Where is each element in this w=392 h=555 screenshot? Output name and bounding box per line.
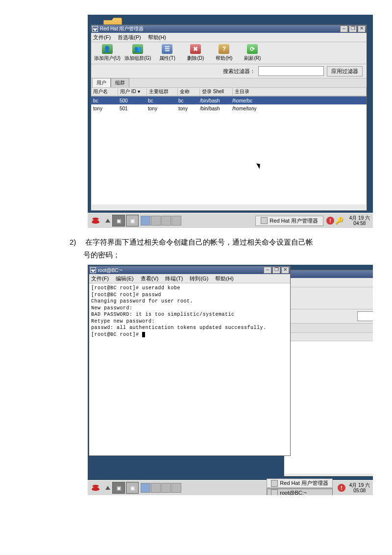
- table-header: 用户名 用户 ID ▾ 主要组群 全称 登录 Shell 主目录: [91, 87, 367, 96]
- maximize-button[interactable]: ❐: [272, 267, 280, 274]
- system-menu-icon[interactable]: [90, 267, 96, 273]
- menu-bar: 文件(F) 首选项(P) 帮助(H): [91, 33, 367, 42]
- refresh-button[interactable]: ⟳刷新(R): [240, 44, 265, 62]
- triangle-icon: [105, 486, 110, 490]
- apply-filter-button[interactable]: 应用过滤器: [327, 66, 363, 76]
- step-number: 2): [70, 236, 83, 249]
- term-line: [root@BC root]# passwd: [91, 292, 161, 298]
- add-group-button[interactable]: 👥添加组群(G): [124, 44, 151, 62]
- workspace-pager[interactable]: [141, 483, 181, 493]
- system-menu-icon[interactable]: [92, 26, 98, 32]
- menu-terminal[interactable]: 终端(T): [165, 275, 183, 282]
- workspace-pager[interactable]: [141, 216, 181, 226]
- minimize-button[interactable]: –: [264, 267, 271, 274]
- alert-icon[interactable]: !: [338, 484, 345, 492]
- menu-pref[interactable]: 首选项(P): [118, 34, 141, 41]
- table-row[interactable]: bc 500 bc bc /bin/bash /home/bc: [91, 97, 367, 104]
- step-text-line2: 号的密码；: [83, 249, 120, 261]
- col-shell[interactable]: 登录 Shell: [200, 88, 233, 95]
- user-manager-window-bg: – ❐ ✕ 应用过滤器: [284, 270, 373, 477]
- window-titlebar[interactable]: root@BC:~ – ❐ ✕: [89, 266, 290, 274]
- term-line: passwd: all authentication tokens update…: [91, 325, 267, 330]
- terminal-cursor: [142, 332, 145, 337]
- task-icon: [261, 217, 268, 224]
- terminal-body[interactable]: [root@BC root]# useradd kobe [root@BC ro…: [89, 283, 290, 455]
- delete-button[interactable]: ✖删除(D): [183, 44, 208, 62]
- screenshot-1-desktop: Red Hat 用户管理器 – ❐ ✕ 文件(F) 首选项(P) 帮助(H) 👤…: [88, 15, 373, 228]
- window-titlebar[interactable]: Red Hat 用户管理器 – ❐ ✕: [91, 25, 367, 33]
- quicklaunch-terminal-icon[interactable]: ▣: [112, 215, 125, 227]
- user-manager-window: Red Hat 用户管理器 – ❐ ✕ 文件(F) 首选项(P) 帮助(H) 👤…: [91, 25, 367, 211]
- term-line: Retype new password:: [91, 319, 155, 324]
- filter-label: 搜索过滤器：: [223, 68, 255, 75]
- filter-input[interactable]: [357, 311, 373, 321]
- col-id[interactable]: 用户 ID ▾: [118, 88, 147, 95]
- menu-go[interactable]: 转到(G): [190, 275, 208, 282]
- menu-edit[interactable]: 编辑(E): [116, 275, 134, 282]
- quicklaunch-window-icon[interactable]: ▣: [126, 482, 139, 494]
- alert-icon[interactable]: !: [326, 217, 334, 225]
- task-icon: [271, 480, 278, 487]
- window-title: Red Hat 用户管理器: [100, 25, 340, 32]
- svg-point-0: [93, 218, 99, 220]
- step-text-line1: 在字符界面下通过相关命令创建自己的帐号，通过相关命令设置自己帐: [85, 238, 313, 246]
- add-user-button[interactable]: 👤添加用户(U): [94, 44, 121, 62]
- document-step-2: 2) 在字符界面下通过相关命令创建自己的帐号，通过相关命令设置自己帐 号的密码；: [70, 236, 381, 261]
- col-home[interactable]: 主目录: [233, 88, 367, 95]
- tabs: 用户 组群: [91, 78, 367, 87]
- window-titlebar[interactable]: – ❐ ✕: [284, 270, 373, 278]
- filter-row: 搜索过滤器： 应用过滤器: [91, 64, 367, 78]
- triangle-icon: [105, 219, 110, 223]
- quicklaunch-window-icon[interactable]: ▣: [126, 215, 139, 227]
- menu-view[interactable]: 查看(V): [141, 275, 159, 282]
- task-icon: [271, 489, 278, 495]
- filter-input[interactable]: [258, 66, 324, 76]
- col-pgroup[interactable]: 主要组群: [147, 88, 178, 95]
- clock[interactable]: 4月 19 六 04:58: [346, 215, 373, 226]
- quicklaunch-terminal-icon[interactable]: ▣: [112, 482, 125, 494]
- table-row[interactable]: tony 501 tony tony /bin/bash /home/tony: [91, 104, 367, 112]
- terminal-window: root@BC:~ – ❐ ✕ 文件(F) 编辑(E) 查看(V) 终端(T) …: [89, 266, 291, 456]
- taskbar-task-terminal[interactable]: root@BC:~: [267, 488, 332, 495]
- col-name[interactable]: 全称: [178, 88, 200, 95]
- term-line: BAD PASSWORD: it is too simplistic/syste…: [91, 312, 235, 317]
- start-button-icon[interactable]: [89, 215, 102, 226]
- menu-help[interactable]: 帮助(H): [148, 34, 166, 41]
- tab-groups[interactable]: 组群: [111, 78, 129, 87]
- close-button[interactable]: ✕: [358, 25, 366, 32]
- taskbar-task-usermanager[interactable]: Red Hat 用户管理器: [267, 479, 332, 488]
- window-title: root@BC:~: [98, 268, 264, 273]
- term-line: Changing password for user root.: [91, 299, 193, 304]
- taskbar: ▣ ▣ Red Hat 用户管理器 root@BC:~ ! 4月 19 六 05…: [88, 480, 373, 495]
- minimize-button[interactable]: –: [340, 25, 348, 32]
- help-button[interactable]: ?帮助(H): [212, 44, 236, 62]
- close-button[interactable]: ✕: [281, 267, 289, 274]
- toolbar: 👤添加用户(U) 👥添加组群(G) ☰属性(T) ✖删除(D) ?帮助(H) ⟳…: [91, 42, 367, 64]
- menu-file[interactable]: 文件(F): [91, 275, 109, 282]
- user-list[interactable]: bc 500 bc bc /bin/bash /home/bc tony 501…: [91, 96, 367, 204]
- term-line: [root@BC root]#: [91, 332, 142, 337]
- taskbar: ▣ ▣ Red Hat 用户管理器 ! 🔑 4月 19 六 04:58: [88, 213, 373, 228]
- clock[interactable]: 4月 19 六 05:08: [346, 482, 373, 493]
- key-icon[interactable]: 🔑: [335, 217, 343, 225]
- maximize-button[interactable]: ❐: [349, 25, 357, 32]
- taskbar-task-usermanager[interactable]: Red Hat 用户管理器: [255, 216, 323, 226]
- svg-point-1: [93, 485, 99, 487]
- tab-users[interactable]: 用户: [92, 78, 111, 87]
- screenshot-2-desktop: – ❐ ✕ 应用过滤器 root@BC:~ – ❐ ✕ 文件(F) 编辑: [88, 265, 373, 495]
- properties-button[interactable]: ☰属性(T): [155, 44, 179, 62]
- menu-help[interactable]: 帮助(H): [215, 275, 233, 282]
- term-line: [root@BC root]# useradd kobe: [91, 285, 180, 291]
- menu-bar: 文件(F) 编辑(E) 查看(V) 终端(T) 转到(G) 帮助(H): [89, 274, 290, 283]
- term-line: New password:: [91, 305, 133, 311]
- start-button-icon[interactable]: [89, 482, 102, 493]
- menu-file[interactable]: 文件(F): [93, 34, 111, 41]
- col-user[interactable]: 用户名: [91, 88, 118, 95]
